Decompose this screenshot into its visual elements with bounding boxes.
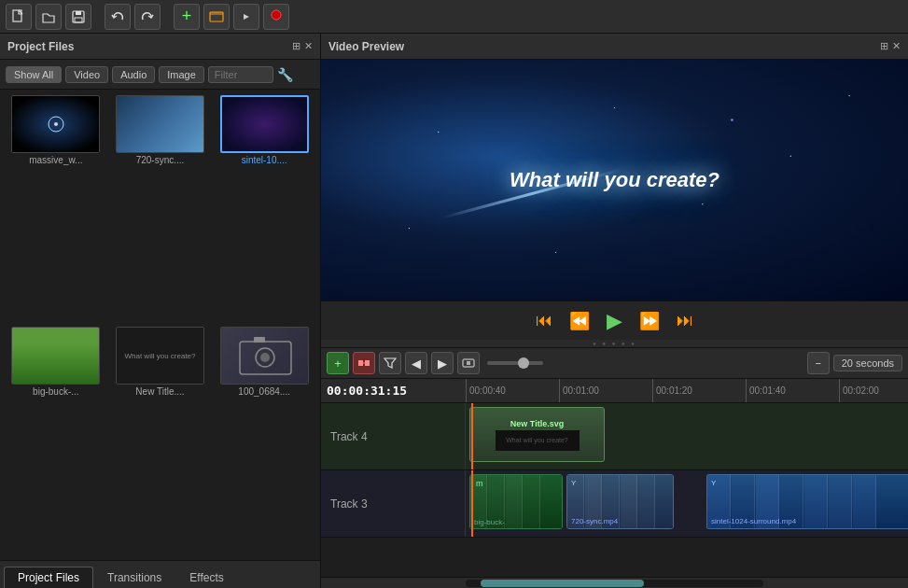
media-thumb-massive [11, 95, 100, 153]
pf-close-icon[interactable]: ✕ [304, 40, 313, 52]
zoom-slider-container [487, 361, 543, 365]
filter-clear-icon[interactable]: 🔧 [277, 67, 293, 82]
clip-button[interactable] [203, 4, 230, 30]
media-label-massive: massive_w... [29, 155, 82, 165]
video-preview-area: What will you create? [321, 60, 908, 301]
toolbar: + [0, 0, 908, 34]
redo-button[interactable] [134, 4, 161, 30]
media-item-massive[interactable]: massive_w... [6, 95, 106, 323]
insert-clip-button[interactable] [457, 352, 480, 374]
scroll-thumb[interactable] [481, 580, 644, 587]
svg-point-13 [260, 353, 270, 362]
sintel-clip[interactable]: Y sintel-1024-surround.mp4 [706, 474, 908, 529]
svg-marker-18 [384, 358, 396, 368]
thumb-title-text: What will you create? [117, 328, 203, 384]
new-button[interactable] [6, 4, 32, 30]
vp-preview-text: What will you create? [510, 168, 719, 192]
track-3: Track 3 [321, 470, 908, 538]
media-item-bigbuck[interactable]: big-buck-... [6, 327, 106, 554]
next-marker-button[interactable]: ▶ [431, 352, 454, 374]
video-preview-header: Video Preview ⊞ ✕ [321, 34, 908, 60]
tracks-area: Track 4 New Title.svg What will you crea… [321, 403, 908, 577]
add-track-button[interactable]: + [327, 352, 349, 374]
sintel-clip-inner: Y sintel-1024-surround.mp4 [707, 475, 908, 528]
media-item-camera[interactable]: 100_0684.... [214, 327, 314, 554]
prev-marker-button[interactable]: ◀ [405, 352, 427, 374]
video-preview-title: Video Preview [328, 40, 404, 53]
bb-clip[interactable]: m big-buck- [469, 474, 563, 529]
svg-rect-5 [210, 12, 223, 15]
media-item-720sync[interactable]: 720-sync.... [110, 95, 211, 323]
play-button[interactable]: ▶ [603, 305, 626, 337]
rewind-button[interactable]: ⏪ [566, 307, 594, 335]
vp-expand-icon[interactable]: ⊞ [880, 40, 888, 52]
audio-filter-button[interactable]: Audio [112, 66, 155, 83]
track-4-content: New Title.svg What will you create? [466, 403, 908, 469]
snap-button[interactable] [353, 352, 375, 374]
filter-bar: Show All Video Audio Image 🔧 [0, 60, 320, 90]
title-clip-preview: What will you create? [496, 430, 580, 451]
tab-transitions[interactable]: Transitions [93, 567, 175, 588]
vp-close-icon[interactable]: ✕ [892, 40, 901, 52]
media-label-bigbuck: big-buck-... [33, 386, 78, 397]
vp-header-icons: ⊞ ✕ [880, 40, 901, 52]
skip-start-button[interactable]: ⏮ [532, 307, 556, 334]
sintel-marker: Y [711, 479, 716, 487]
project-files-title: Project Files [7, 40, 74, 53]
bb-label-full: big-buck- [474, 518, 505, 526]
image-filter-button[interactable]: Image [159, 66, 204, 83]
resize-handle[interactable]: • • • • • [321, 340, 908, 347]
720-frame-5 [638, 475, 655, 528]
undo-button[interactable] [105, 4, 131, 30]
pf-header-icons: ⊞ ✕ [292, 40, 313, 52]
open-button[interactable] [35, 4, 62, 30]
bb-frame-3 [506, 475, 523, 528]
video-filter-button[interactable]: Video [65, 66, 108, 83]
sintel-frame-6 [829, 475, 852, 528]
media-thumb-bigbuck [11, 327, 100, 385]
fast-forward-button[interactable]: ⏩ [636, 307, 664, 335]
media-label-camera: 100_0684.... [238, 386, 290, 397]
bottom-tabs: Project Files Transitions Effects [0, 560, 320, 588]
svg-rect-20 [467, 361, 470, 365]
svg-rect-2 [76, 11, 81, 15]
main-layout: Project Files ⊞ ✕ Show All Video Audio I… [0, 34, 908, 588]
pf-expand-icon[interactable]: ⊞ [292, 40, 300, 52]
720-clip[interactable]: Y 720-sync.mp4 [566, 474, 674, 529]
record-button[interactable] [263, 4, 289, 30]
svg-rect-14 [254, 337, 265, 343]
sintel-frame-7 [853, 475, 876, 528]
svg-point-8 [272, 10, 281, 20]
720-clip-inner: Y 720-sync.mp4 [567, 475, 673, 528]
tab-effects[interactable]: Effects [175, 567, 237, 588]
bb-clip-label: m [476, 479, 483, 488]
zoom-out-button[interactable]: − [807, 352, 830, 374]
ruler-tick-5: 00:02:00 [839, 379, 879, 402]
ruler-tick-1: 00:00:40 [466, 379, 506, 402]
ruler-tick-3: 00:01:20 [652, 379, 692, 402]
ruler-content: 00:00:40 00:01:00 00:01:20 00:01:40 00:0… [466, 379, 908, 402]
export-button[interactable] [233, 4, 259, 30]
svg-point-10 [54, 122, 58, 126]
timeline-section: + ◀ ▶ − 20 seconds [321, 347, 908, 588]
title-clip[interactable]: New Title.svg What will you create? [469, 407, 605, 462]
scroll-track[interactable] [466, 580, 763, 587]
filter-input[interactable] [208, 66, 273, 83]
filter-track-button[interactable] [379, 352, 401, 374]
track-3-content: m big-buck- [466, 470, 908, 537]
zoom-level: 20 seconds [833, 355, 902, 371]
skip-end-button[interactable]: ⏭ [673, 307, 697, 334]
timeline-toolbar: + ◀ ▶ − 20 seconds [321, 347, 908, 379]
add-button[interactable]: + [174, 4, 200, 30]
media-item-sintel[interactable]: sintel-10.... [214, 95, 314, 323]
zoom-handle[interactable] [518, 357, 529, 369]
media-thumb-sintel [220, 95, 309, 153]
tab-project-files[interactable]: Project Files [4, 567, 93, 588]
save-button[interactable] [65, 4, 91, 30]
svg-rect-15 [358, 360, 363, 366]
sintel-clip-label: sintel-1024-surround.mp4 [711, 517, 796, 525]
show-all-button[interactable]: Show All [6, 66, 62, 83]
video-preview-bg: What will you create? [321, 60, 908, 301]
zoom-slider[interactable] [487, 361, 543, 365]
media-item-newtitle[interactable]: What will you create? New Title.... [110, 327, 211, 554]
